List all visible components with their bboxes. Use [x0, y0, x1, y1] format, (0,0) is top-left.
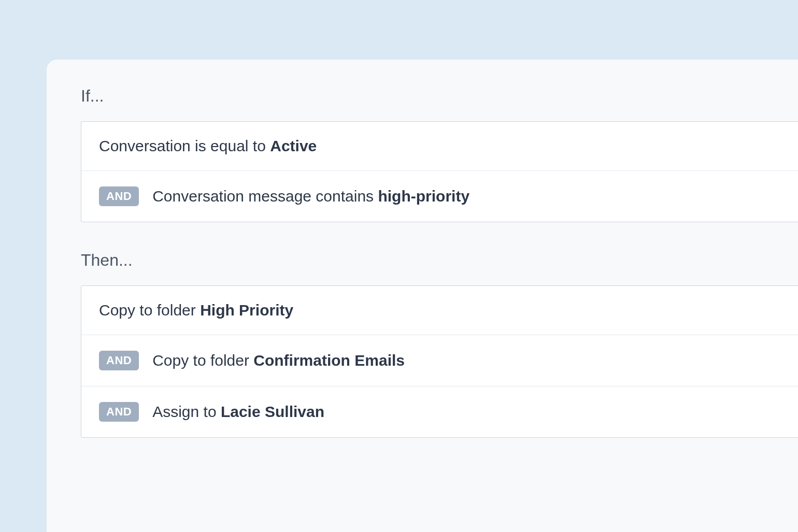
- condition-row[interactable]: Conversation is equal to Active: [81, 122, 798, 171]
- workflow-card: If... Conversation is equal to Active AN…: [47, 60, 798, 532]
- action-text: Copy to folder Confirmation Emails: [152, 352, 405, 369]
- then-section-label: Then...: [81, 251, 798, 270]
- and-operator-badge: AND: [99, 402, 139, 422]
- action-row[interactable]: AND Copy to folder Confirmation Emails: [81, 335, 798, 386]
- action-text: Copy to folder High Priority: [99, 301, 293, 319]
- condition-text: Conversation is equal to Active: [99, 137, 317, 155]
- and-operator-badge: AND: [99, 186, 139, 206]
- condition-text: Conversation message contains high-prior…: [152, 188, 469, 205]
- then-actions-box: Copy to folder High Priority AND Copy to…: [81, 285, 798, 438]
- action-text: Assign to Lacie Sullivan: [152, 403, 324, 421]
- action-row[interactable]: AND Assign to Lacie Sullivan: [81, 386, 798, 437]
- if-section-label: If...: [81, 87, 798, 106]
- and-operator-badge: AND: [99, 351, 139, 370]
- if-conditions-box: Conversation is equal to Active AND Conv…: [81, 121, 798, 222]
- action-row[interactable]: Copy to folder High Priority: [81, 286, 798, 335]
- condition-row[interactable]: AND Conversation message contains high-p…: [81, 171, 798, 222]
